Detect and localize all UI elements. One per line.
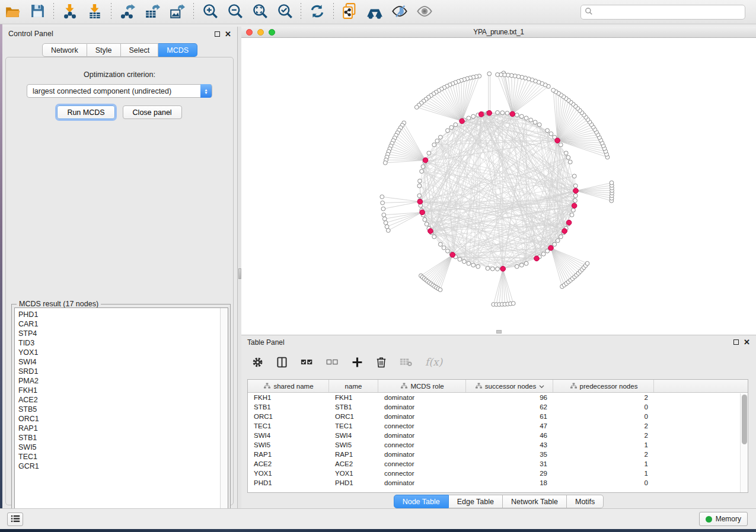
table-row[interactable]: RAP1RAP1dominator352 [248,450,748,459]
deselect-all-icon[interactable] [326,357,339,367]
select-all-icon[interactable] [301,357,313,367]
table-row[interactable]: SWI5SWI5connector431 [248,440,748,450]
mcds-result-item[interactable]: STB5 [18,405,228,414]
mcds-result-item[interactable]: ACE2 [18,395,228,405]
export-network-button[interactable] [117,2,138,22]
column-header-successor-nodes[interactable]: successor nodes [466,380,553,392]
table-row[interactable]: YOX1YOX1connector291 [248,469,748,478]
float-panel-icon[interactable] [215,31,220,37]
mcds-result-item[interactable]: CAR1 [18,319,228,329]
result-scrollbar[interactable] [220,308,228,521]
toolbar-separator [193,3,194,21]
hide-eye-button[interactable] [390,2,410,22]
tab-motifs[interactable]: Motifs [567,495,604,508]
mcds-result-list[interactable]: PHD1CAR1STP4TID3YOX1SWI4SRD1PMA2FKH1ACE2… [14,307,228,521]
table-cell: 29 [466,470,553,477]
mcds-result-item[interactable]: ORC1 [18,414,228,424]
mcds-result-item[interactable]: GCR1 [18,462,228,471]
table-cell: 0 [553,479,654,486]
mcds-result-item[interactable]: STB1 [18,433,228,443]
table-row[interactable]: ACE2ACE2connector311 [248,459,748,469]
refresh-button[interactable] [307,2,327,22]
split-panel-icon[interactable] [276,357,288,368]
mcds-result-item[interactable]: TID3 [18,338,228,348]
table-cell: connector [378,422,466,430]
search-input[interactable] [593,8,745,17]
zoom-in-button[interactable] [200,2,220,22]
table-row[interactable]: ORC1ORC1dominator610 [248,412,748,421]
table-row[interactable]: TEC1TEC1connector472 [248,421,748,431]
eye-button[interactable] [414,2,435,22]
share-network-button[interactable] [340,2,360,22]
tab-mcds[interactable]: MCDS [158,43,197,57]
network-canvas[interactable] [241,38,756,335]
open-button[interactable] [2,2,23,22]
mcds-result-item[interactable]: PMA2 [18,376,228,386]
tab-node-table[interactable]: Node Table [394,495,449,508]
table-cell: SWI4 [329,432,378,439]
zoom-out-button[interactable] [225,2,245,22]
binoculars-button[interactable] [365,2,385,22]
tab-network-table[interactable]: Network Table [503,495,567,508]
mcds-result-item[interactable]: SWI4 [18,357,228,367]
toolbar-separator [301,3,301,21]
column-header-name[interactable]: name [329,380,378,392]
close-panel-icon[interactable]: ✕ [744,339,750,345]
task-history-button[interactable] [7,512,23,526]
tab-network[interactable]: Network [42,43,87,57]
optimization-criterion-label: Optimization criterion: [6,70,233,79]
delete-column-icon[interactable] [376,357,387,368]
mcds-result-item[interactable]: SRD1 [18,367,228,376]
mcds-result-item[interactable]: YOX1 [18,348,228,357]
column-header-MCDS-role[interactable]: MCDS role [378,380,466,392]
share-network-icon [342,3,358,21]
table-cell: dominator [378,413,466,420]
mcds-result-item[interactable]: RAP1 [18,424,228,433]
add-column-icon[interactable] [352,357,363,368]
table-cell: connector [378,460,466,467]
zoom-fit-button[interactable] [250,2,270,22]
table-row[interactable]: FKH1FKH1dominator962 [248,393,748,402]
save-button[interactable] [27,2,47,22]
table-cell: 43 [466,441,553,448]
vertical-splitter[interactable] [237,27,241,508]
float-panel-icon[interactable] [733,339,739,345]
column-header-shared-name[interactable]: shared name [248,380,329,392]
run-mcds-button[interactable]: Run MCDS [57,105,114,119]
network-titlebar[interactable]: YPA_prune.txt_1 [241,27,756,38]
table-row[interactable]: PHD1PHD1dominator180 [248,478,748,488]
tab-edge-table[interactable]: Edge Table [449,495,503,508]
table-panel: Table Panel ✕ f(x) shared namenameMCDS r… [241,335,756,508]
mcds-result-item[interactable]: FKH1 [18,386,228,395]
mcds-result-item[interactable]: SWI5 [18,443,228,452]
mcds-result-item[interactable]: PHD1 [18,310,228,319]
table-scrollbar[interactable] [740,393,748,493]
table-scrollbar-thumb[interactable] [742,395,747,444]
table-row[interactable]: SWI4SWI4dominator462 [248,431,748,440]
refresh-icon [310,4,325,21]
import-network-button[interactable] [60,2,80,22]
table-cell: 31 [466,460,553,467]
table-row[interactable]: STB1STB1dominator620 [248,402,748,412]
column-header-predecessor-nodes[interactable]: predecessor nodes [553,380,654,392]
export-image-button[interactable] [167,2,187,22]
tab-style[interactable]: Style [87,43,121,57]
network-view-window: YPA_prune.txt_1 [241,27,756,335]
export-table-button[interactable] [142,2,162,22]
function-icon[interactable]: f(x) [425,356,442,368]
import-table-button[interactable] [85,2,105,22]
close-panel-button[interactable]: Close panel [123,105,182,119]
criterion-dropdown[interactable]: largest connected component (undirected)… [27,84,212,98]
delete-table-icon[interactable] [400,357,412,367]
tab-select[interactable]: Select [121,43,159,57]
horizontal-splitter-grip[interactable] [496,330,502,334]
table-cell: dominator [378,403,466,411]
memory-button[interactable]: Memory [699,512,748,526]
mcds-result-item[interactable]: TEC1 [18,452,228,462]
mcds-result-item[interactable]: STP4 [18,329,228,338]
gear-icon[interactable] [252,357,263,368]
memory-status-icon [706,516,712,523]
search-field[interactable] [580,5,745,20]
zoom-selected-button[interactable] [275,2,295,22]
close-panel-icon[interactable]: ✕ [225,31,231,37]
